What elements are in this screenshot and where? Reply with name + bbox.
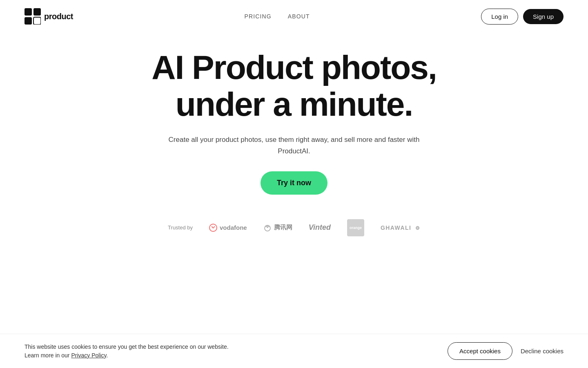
ghawali-icon: ⚙ (415, 225, 420, 231)
cookie-text: This website uses cookies to ensure you … (24, 343, 229, 360)
svg-rect-1 (33, 8, 41, 16)
cookie-actions: Accept cookies Decline cookies (448, 342, 564, 360)
ghawali-text: GHAWALI (381, 224, 411, 231)
about-link[interactable]: ABOUT (288, 13, 310, 20)
trusted-label: Trusted by (168, 224, 193, 231)
trusted-by-row: Trusted by vodafone 腾讯网 Vi (168, 219, 420, 236)
brand-orange: orange (347, 219, 364, 236)
nav-actions: Log in Sign up (481, 9, 564, 25)
brand-tencent: 腾讯网 (263, 224, 292, 232)
decline-cookies-button[interactable]: Decline cookies (521, 348, 564, 355)
tencent-text: 腾讯网 (274, 224, 292, 231)
svg-point-6 (267, 227, 268, 228)
brand-vodafone: vodafone (209, 224, 247, 232)
navbar: product PRICING ABOUT Log in Sign up (0, 0, 588, 33)
svg-rect-0 (24, 8, 32, 16)
cookie-banner: This website uses cookies to ensure you … (0, 334, 588, 368)
vinted-text: Vinted (309, 223, 331, 232)
hero-title: AI Product photos, under a minute. (118, 49, 470, 123)
privacy-policy-link[interactable]: Privacy Policy (71, 352, 106, 359)
cookie-text-line2: Learn more in our Privacy Policy. (24, 352, 108, 359)
orange-text: orange (350, 226, 362, 230)
svg-rect-3 (33, 17, 41, 25)
accept-cookies-button[interactable]: Accept cookies (448, 342, 512, 360)
logo-icon (24, 8, 41, 25)
login-button[interactable]: Log in (481, 9, 518, 25)
logo-text: product (44, 12, 73, 21)
hero-subtitle: Create all your product photos, use them… (163, 134, 425, 156)
cta-button[interactable]: Try it now (261, 171, 327, 195)
brand-vinted: Vinted (309, 223, 331, 232)
svg-rect-2 (24, 17, 32, 25)
cookie-text-line1: This website uses cookies to ensure you … (24, 343, 229, 350)
signup-button[interactable]: Sign up (523, 9, 564, 24)
hero-section: AI Product photos, under a minute. Creat… (0, 0, 588, 261)
brand-ghawali: GHAWALI ⚙ (381, 224, 420, 231)
nav-links: PRICING ABOUT (245, 13, 310, 20)
logo-link[interactable]: product (24, 8, 73, 25)
pricing-link[interactable]: PRICING (245, 13, 272, 20)
vodafone-text: vodafone (220, 224, 247, 231)
